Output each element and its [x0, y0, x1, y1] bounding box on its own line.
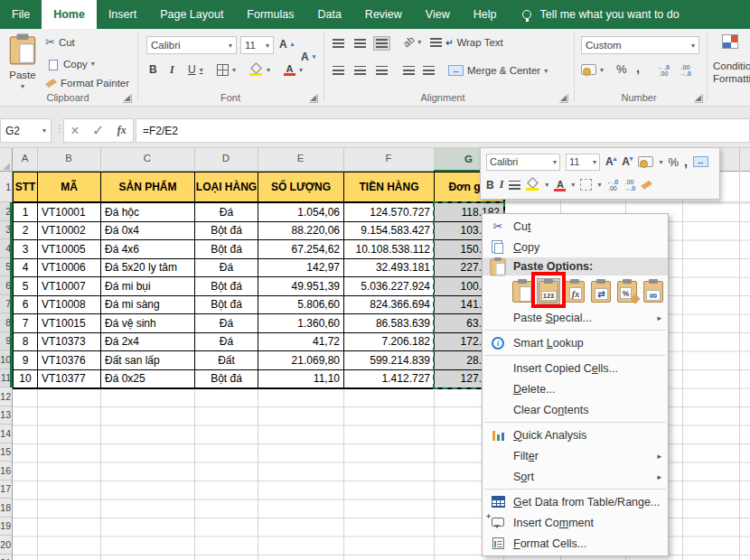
table-cell[interactable]: 21.069,80: [258, 351, 344, 370]
column-header-D[interactable]: D: [222, 153, 230, 163]
table-cell[interactable]: Đất: [195, 351, 258, 370]
tab-insert[interactable]: Insert: [97, 0, 148, 29]
decrease-decimal-button[interactable]: .00→.0: [680, 64, 691, 77]
mini-merge-center-button[interactable]: ↔: [693, 156, 708, 167]
row-header-17[interactable]: 17: [0, 481, 13, 499]
cut-button[interactable]: ✂ Cut: [45, 36, 75, 48]
row-header-16[interactable]: 16: [0, 462, 13, 481]
number-dialog-launcher[interactable]: ◢: [694, 94, 703, 103]
number-format-dropdown-arrow[interactable]: ▾: [691, 42, 695, 50]
table-cell[interactable]: VT10005: [38, 240, 101, 259]
table-header-cell[interactable]: MÃ: [38, 173, 101, 203]
increase-indent-button[interactable]: [423, 66, 435, 75]
menu-item-filter[interactable]: Filter▸: [483, 445, 668, 466]
fill-color-button[interactable]: ▾: [249, 64, 270, 76]
mini-accounting-dropdown-arrow[interactable]: ▾: [659, 158, 662, 166]
table-cell[interactable]: Bột đá: [195, 370, 258, 389]
fill-color-dropdown-arrow[interactable]: ▾: [267, 66, 270, 74]
mini-percent-button[interactable]: %: [668, 155, 679, 169]
paste-option-formulas[interactable]: fx: [564, 279, 586, 303]
table-cell[interactable]: Đá 2x4: [101, 333, 195, 352]
mini-font-color-button[interactable]: A: [554, 179, 566, 191]
mini-size-dropdown-arrow[interactable]: ▾: [593, 158, 596, 166]
table-cell[interactable]: Bột đá: [195, 222, 258, 241]
align-right-button[interactable]: [376, 66, 388, 75]
table-cell[interactable]: VT10002: [38, 222, 101, 241]
table-cell[interactable]: 10.108.538.112: [344, 240, 435, 259]
wrap-text-button[interactable]: ↵ Wrap Text: [430, 37, 503, 48]
table-cell[interactable]: 3: [14, 240, 38, 259]
paste-option-values[interactable]: 123: [538, 279, 559, 303]
table-cell[interactable]: 599.214.839: [344, 351, 435, 370]
menu-item-get-data[interactable]: Get Data from Table/Range...: [483, 491, 668, 512]
clipboard-dialog-launcher[interactable]: ◢: [123, 94, 132, 103]
menu-item-clear-contents[interactable]: Clear Contents: [483, 399, 668, 420]
table-cell[interactable]: Đá 5x20 ly tâm: [101, 259, 195, 278]
menu-item-insert-copied-cells[interactable]: Insert Copied Cells...: [483, 358, 668, 378]
accounting-format-button[interactable]: ▾: [581, 64, 604, 75]
tab-page-layout[interactable]: Page Layout: [148, 0, 235, 29]
font-size-dropdown-arrow[interactable]: ▾: [266, 42, 269, 50]
paste-button[interactable]: Paste ▾: [4, 33, 42, 96]
borders-button[interactable]: ▾: [217, 64, 236, 76]
menu-item-cut[interactable]: ✂Cut: [483, 216, 668, 237]
mini-borders-dropdown-arrow[interactable]: ▾: [597, 181, 601, 189]
top-align-button[interactable]: [333, 39, 344, 48]
row-header-13[interactable]: 13: [0, 406, 13, 425]
copy-dropdown-arrow[interactable]: ▾: [91, 60, 95, 68]
table-cell[interactable]: VT10377: [38, 370, 101, 389]
menu-item-paste-special[interactable]: Paste Special...▸: [483, 307, 668, 328]
column-header-A[interactable]: A: [22, 153, 29, 163]
mini-font-name-combo[interactable]: Calibri▾: [486, 154, 560, 171]
alignment-dialog-launcher[interactable]: ◢: [559, 94, 568, 103]
borders-dropdown-arrow[interactable]: ▾: [232, 66, 236, 74]
table-cell[interactable]: Đá mi sàng: [101, 296, 195, 315]
name-box[interactable]: G2 ▾: [0, 118, 52, 143]
mini-font-dropdown-arrow[interactable]: ▾: [553, 158, 557, 166]
mini-fill-color-button[interactable]: [526, 179, 539, 191]
mini-decrease-font-button[interactable]: A▾: [622, 155, 633, 168]
orientation-button[interactable]: ab▾: [403, 36, 421, 47]
select-all-corner[interactable]: [0, 148, 13, 172]
tab-formulas[interactable]: Formulas: [235, 0, 305, 29]
menu-item-quick-analysis[interactable]: Quick Analysis: [483, 425, 668, 445]
table-cell[interactable]: 2: [14, 222, 38, 241]
table-header-cell[interactable]: STT: [14, 173, 38, 203]
table-cell[interactable]: Đá hộc: [101, 203, 195, 222]
table-cell[interactable]: Đá: [195, 314, 258, 333]
table-cell[interactable]: 11,10: [258, 370, 344, 389]
table-cell[interactable]: 8: [14, 333, 38, 352]
table-cell[interactable]: 1: [14, 203, 38, 222]
mini-increase-decimal-button[interactable]: ←.0.00: [606, 179, 618, 191]
paste-option-paste-link[interactable]: ∞: [642, 279, 664, 303]
insert-function-icon[interactable]: fx: [117, 124, 127, 137]
mini-borders-button[interactable]: [580, 179, 592, 191]
table-cell[interactable]: Bột đá: [195, 240, 258, 259]
row-header-15[interactable]: 15: [0, 443, 13, 462]
table-cell[interactable]: 41,72: [258, 333, 344, 352]
mini-accounting-button[interactable]: [638, 156, 653, 167]
table-cell[interactable]: 86.583.639: [344, 314, 435, 333]
table-cell[interactable]: Đá: [195, 333, 258, 352]
mini-center-align-button[interactable]: [509, 181, 520, 190]
table-cell[interactable]: Đá 4x6: [101, 240, 195, 259]
paste-option-formatting[interactable]: %: [616, 279, 638, 303]
table-cell[interactable]: 5.036.227.924: [344, 277, 435, 296]
row-header-18[interactable]: 18: [0, 499, 13, 518]
comma-style-button[interactable]: ,: [636, 61, 640, 75]
merge-center-button[interactable]: ↔ Merge & Center ▾: [448, 65, 548, 76]
mini-font-size-combo[interactable]: 11▾: [566, 154, 600, 171]
table-cell[interactable]: 142,97: [258, 259, 344, 278]
menu-item-insert-comment[interactable]: Insert Comment: [483, 512, 668, 533]
table-cell[interactable]: 32.493.181: [344, 259, 435, 278]
table-cell[interactable]: VT10008: [38, 296, 101, 315]
mini-italic-button[interactable]: I: [500, 178, 504, 191]
menu-item-format-cells[interactable]: Format Cells...: [483, 533, 668, 554]
middle-align-button[interactable]: [354, 39, 366, 48]
table-cell[interactable]: VT10376: [38, 351, 101, 370]
font-color-dropdown-arrow[interactable]: ▾: [299, 66, 303, 74]
paste-option-paste[interactable]: [511, 279, 533, 303]
percent-style-button[interactable]: %: [616, 62, 627, 76]
table-cell[interactable]: 88.220,06: [258, 222, 344, 241]
table-cell[interactable]: VT10007: [38, 277, 101, 296]
